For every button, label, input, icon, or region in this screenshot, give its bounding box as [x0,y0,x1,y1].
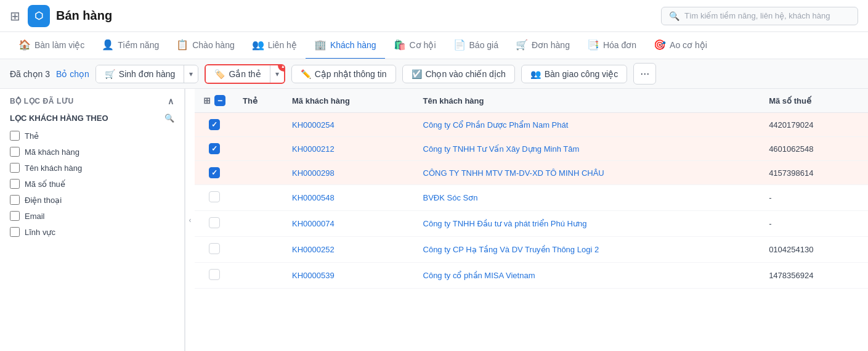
tab-ao-co-hoi[interactable]: 🎯 Ao cơ hội [645,32,716,59]
filter-section-header: LỌC KHÁCH HÀNG THEO 🔍 [10,114,174,123]
saved-filters-collapse-icon[interactable]: ∧ [168,96,174,106]
tag-icon: 🏷️ [214,69,225,79]
target-icon: ☑️ [412,69,422,79]
selected-label: Đã chọn 3 [10,69,50,79]
tab-icon-ban-lam-viec: 🏠 [18,39,31,51]
filter-checkbox-linh-vuc[interactable] [10,227,20,237]
row-ten-kh-4[interactable]: Công ty TNHH Đầu tư và phát triển Phú Hư… [415,211,761,237]
filter-item-ma-kh[interactable]: Mã khách hàng [10,144,174,160]
row-the-3 [234,185,283,211]
filter-checkbox-email[interactable] [10,211,20,221]
row-ten-kh-6[interactable]: Công ty cổ phần MISA Vietnam [415,263,761,289]
sinh-don-hang-dropdown-button[interactable]: ▾ [184,66,198,82]
row-ten-kh-2[interactable]: CÔNG TY TNHH MTV TM-DV-XD TÔ MINH CHÂU [415,161,761,185]
tab-khach-hang[interactable]: 🏢 Khách hàng [306,32,385,59]
row-the-4 [234,211,283,237]
row-checkbox-cell-3 [195,185,234,211]
col-header-the: Thẻ [234,89,283,113]
cap-nhat-thong-tin-button[interactable]: ✏️ Cập nhật thông tin [291,65,396,83]
row-ten-kh-0[interactable]: Công ty Cổ Phần Dược Phẩm Nam Phát [415,113,761,137]
row-checkbox-5[interactable] [209,243,220,254]
table-row: KH0000298CÔNG TY TNHH MTV TM-DV-XD TÔ MI… [195,161,868,185]
row-ten-kh-5[interactable]: Công ty CP Hạ Tầng Và DV Truyền Thông Lo… [415,237,761,263]
app-name: Bán hàng [56,9,112,23]
col-header-ma-kh: Mã khách hàng [283,89,415,113]
tab-bao-gia[interactable]: 📄 Báo giá [445,32,507,59]
row-the-1 [234,137,283,161]
row-checkbox-1[interactable] [209,143,220,154]
edit-icon: ✏️ [301,69,311,79]
top-bar: ⊞ ⬡ Bán hàng 🔍 Tìm kiếm tiềm năng, liên … [0,0,868,32]
filter-checkbox-dien-thoai[interactable] [10,195,20,205]
select-all-checkbox[interactable] [214,95,225,106]
tab-chao-hang[interactable]: 📋 Chào hàng [168,32,243,59]
row-ma-kh-5[interactable]: KH0000252 [283,237,415,263]
search-icon: 🔍 [669,11,679,21]
row-mst-0: 4420179024 [760,113,868,137]
more-actions-button[interactable]: ··· [633,63,656,85]
cart-icon: 🛒 [105,69,115,79]
filter-checkbox-ten-kh[interactable] [10,163,20,173]
table-row: KH0000212Công ty TNHH Tư Vấn Xây Dựng Mi… [195,137,868,161]
ban-giao-cong-viec-button[interactable]: 👥 Bàn giao công việc [521,65,628,83]
row-checkbox-4[interactable] [209,217,220,228]
tab-don-hang[interactable]: 🛒 Đơn hàng [507,32,578,59]
row-checkbox-cell-6 [195,263,234,289]
column-settings-icon[interactable]: ⊞ [203,96,211,105]
row-checkbox-2[interactable] [209,167,220,178]
sinh-don-hang-button[interactable]: 🛒 Sinh đơn hàng [96,65,185,83]
row-checkbox-cell-4 [195,211,234,237]
filter-search-icon[interactable]: 🔍 [164,114,174,123]
row-ma-kh-3[interactable]: KH0000548 [283,185,415,211]
table-row: KH0000254Công ty Cổ Phần Dược Phẩm Nam P… [195,113,868,137]
deselect-button[interactable]: Bỏ chọn [56,69,89,79]
app-logo: ⬡ [28,5,50,27]
sidebar-toggle[interactable]: ‹ [185,89,195,351]
tab-lien-he[interactable]: 👥 Liên hệ [243,32,306,59]
filter-item-linh-vuc[interactable]: Lĩnh vực [10,224,174,240]
filter-item-ten-kh[interactable]: Tên khách hàng [10,160,174,176]
tab-tiem-nang[interactable]: 👤 Tiềm năng [93,32,168,59]
table-area: ⊞ Thẻ Mã khách hàng Tên khách hàng M [195,89,868,351]
row-ma-kh-2[interactable]: KH0000298 [283,161,415,185]
row-mst-5: 0104254130 [760,237,868,263]
row-mst-2: 4157398614 [760,161,868,185]
row-ma-kh-6[interactable]: KH0000539 [283,263,415,289]
gan-the-button[interactable]: 🏷️ Gắn thẻ [206,65,270,83]
global-search-box[interactable]: 🔍 Tìm kiếm tiềm năng, liên hệ, khách hàn… [661,7,858,25]
tab-icon-ao-co-hoi: 🎯 [654,39,666,51]
filter-checkbox-the[interactable] [10,131,20,141]
filter-item-the[interactable]: Thẻ [10,128,174,144]
row-ten-kh-1[interactable]: Công ty TNHH Tư Vấn Xây Dựng Minh Tâm [415,137,761,161]
row-checkbox-0[interactable] [209,119,220,130]
filter-item-dien-thoai[interactable]: Điện thoại [10,192,174,208]
tab-icon-bao-gia: 📄 [453,39,466,51]
filter-item-mst[interactable]: Mã số thuế [10,176,174,192]
row-the-2 [234,161,283,185]
table-row: KH0000074Công ty TNHH Đầu tư và phát tri… [195,211,868,237]
row-the-5 [234,237,283,263]
chevron-down-icon: ▾ [189,70,193,78]
row-checkbox-3[interactable] [209,191,220,202]
filter-checkbox-mst[interactable] [10,179,20,189]
filter-item-email[interactable]: Email [10,208,174,224]
row-checkbox-cell-0 [195,113,234,137]
row-ten-kh-3[interactable]: BVĐK Sóc Sơn [415,185,761,211]
tab-ban-lam-viec[interactable]: 🏠 Bàn làm việc [10,32,93,59]
tab-hoa-don[interactable]: 📑 Hóa đơn [578,32,645,59]
chevron-down-icon-2: ▾ [275,70,279,78]
app-grid-icon[interactable]: ⊞ [10,9,20,23]
select-all-header[interactable]: ⊞ [195,89,234,113]
row-checkbox-6[interactable] [209,269,220,280]
row-ma-kh-0[interactable]: KH0000254 [283,113,415,137]
row-ma-kh-1[interactable]: KH0000212 [283,137,415,161]
row-mst-4: - [760,211,868,237]
search-placeholder: Tìm kiếm tiềm năng, liên hệ, khách hàng [684,11,830,20]
filter-checkbox-ma-kh[interactable] [10,147,20,157]
row-ma-kh-4[interactable]: KH0000074 [283,211,415,237]
chon-vao-chien-dich-button[interactable]: ☑️ Chọn vào chiến dịch [402,65,515,83]
tab-co-hoi[interactable]: 🛍️ Cơ hội [385,32,445,59]
row-mst-3: - [760,185,868,211]
row-the-6 [234,263,283,289]
row-the-0 [234,113,283,137]
